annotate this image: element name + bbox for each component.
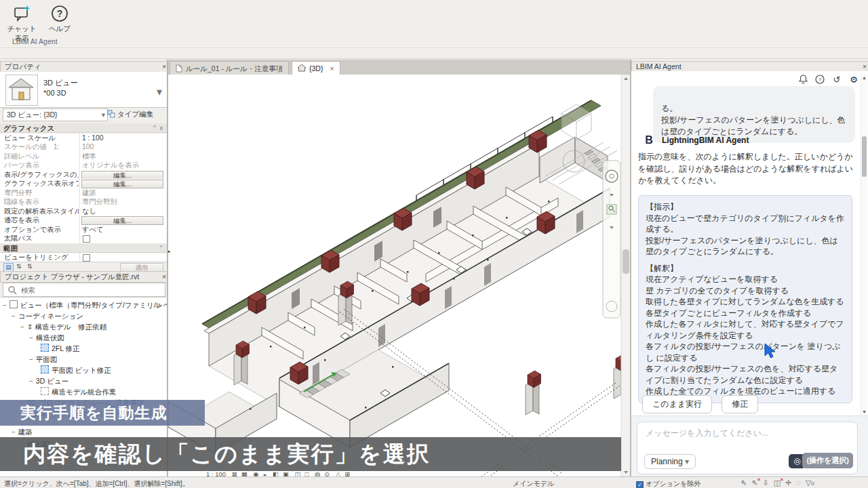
tree-item[interactable]: −3D ビュー (0, 376, 189, 386)
interpretation-line: 各フィルタの投影/サーフェスのパターンを 塗りつぶし に設定する (646, 341, 845, 363)
edit-button[interactable]: 編集... (81, 216, 163, 225)
chat-bubble-icon (4, 4, 39, 24)
interpretation-line: 壁 カテゴリの全てのタイプを取得する (646, 285, 845, 297)
selection-toggle-icons: ⇖ ⇖× ⇩ ◫× ✛ ◌ ▽0 (741, 479, 814, 487)
navigation-bar[interactable] (603, 161, 620, 318)
exclude-options-checkbox[interactable]: ✓オプションを除外 (636, 479, 701, 488)
interpretation-line: 作成した各フィルタに対して、対応する壁タイプでフィルタリング条件を設定する (646, 319, 845, 341)
run-as-is-button[interactable]: このまま実行 (642, 395, 712, 413)
tree-item[interactable]: −⇕ 構造モデル 修正依頼 (0, 322, 180, 332)
message-input[interactable] (644, 426, 850, 451)
tree-item[interactable]: −平面図 (0, 354, 189, 365)
chat-footer: Planning ▾ ◎ (操作を選択) (631, 415, 868, 477)
steering-wheel-icon (606, 170, 618, 182)
prop-row: グラフィックス表示オプション編集... (0, 179, 167, 189)
type-edit-icon (107, 110, 115, 118)
help-icon[interactable]: ? (814, 75, 825, 85)
3d-model-view[interactable] (168, 75, 631, 476)
agent-intro-text: 指示の意味を、次のように解釈しました。正しいかどうかを確認し、誤りがある場合はど… (638, 151, 858, 187)
overlay-caption: 内容を確認し「このまま実行」を選択 (0, 437, 621, 471)
search-input[interactable] (20, 284, 161, 296)
ai-panel: ? ↺ ⚙ る。 投影/サーフェスのパターンを塗りつぶしにし、色は壁のタイプごと… (631, 71, 868, 476)
workset-label[interactable]: メインモデル (513, 479, 554, 488)
interpretation-box: 【指示】 現在のビューで壁カテゴリのタイプ別にフィルタを作成する。 投影/サーフ… (638, 195, 852, 403)
bell-icon[interactable] (797, 75, 808, 85)
background-process-icon[interactable]: ◌ (796, 479, 801, 487)
instruction-line: 投影/サーフェスのパターンを塗りつぶしにし、色は壁のタイプごとにランダムにする。 (646, 235, 845, 258)
view-icon (41, 387, 49, 395)
tab-close-icon[interactable]: × (330, 64, 334, 73)
properties-toolbar: ▤ ⇅ ⇅ 適用 (0, 262, 167, 272)
interpretation-line: 各フィルタの投影/サーフェスの色を、対応する壁タイプに割り当てたランダムな色に設… (646, 363, 845, 386)
edit-button[interactable]: 編集... (81, 180, 163, 188)
view-filter-combo[interactable]: 3D ビュー: {3D}▾ (3, 108, 108, 121)
prop-row: ビューをトリミング (0, 253, 167, 263)
edit-button[interactable]: 編集... (81, 171, 163, 180)
home-icon (298, 64, 306, 72)
checkbox-chec: ✓ (636, 481, 644, 488)
settings-gear-icon[interactable]: ⚙ (848, 75, 859, 85)
chevron-down-icon: ▾ (102, 109, 105, 121)
ai-panel-title: LBIM AI Agent (636, 62, 682, 70)
prop-row: スケールの値 1:100 (0, 142, 167, 152)
tab-rules-view[interactable]: ルール_01 - ルール・注意事項 (170, 61, 289, 75)
svg-text:?: ? (818, 77, 822, 83)
message-input-card: Planning ▾ ◎ (操作を選択) (637, 422, 858, 474)
drag-elements-icon[interactable]: ✛ (785, 479, 791, 487)
section-graphics[interactable]: グラフィックス⌃ ∧ (0, 123, 167, 133)
help-button[interactable]: ? ヘルプ (42, 4, 77, 34)
house-icon (6, 75, 36, 104)
overlay-badge: 実行手順を自動生成 (0, 400, 205, 426)
history-icon[interactable]: ↺ (831, 75, 842, 85)
prop-row[interactable]: ビュー スケール1 : 100 (0, 134, 167, 144)
chat-toolbar: ? ↺ ⚙ (797, 75, 859, 85)
3d-viewport[interactable] (168, 75, 631, 476)
scroll-up-icon[interactable]: ∧ (157, 300, 161, 310)
select-links-icon[interactable]: ⇖ (741, 479, 747, 487)
scroll-down-icon[interactable]: ▼ (861, 409, 867, 414)
tree-item[interactable]: −建築 (0, 427, 172, 437)
tree-item[interactable]: −コーディネーション (0, 311, 172, 321)
agent-identity: B LightningBIM AI Agent (642, 134, 749, 147)
sort-asc-icon[interactable]: ⇅ (16, 263, 22, 270)
view-tab-bar: ルール_01 - ルール・注意事項 {3D}× (168, 60, 631, 75)
view-icon (41, 344, 49, 352)
select-underlay-icon[interactable]: ⇖× (751, 479, 757, 487)
sun-path-checkbox[interactable] (83, 235, 90, 243)
project-browser-header: プロジェクト ブラウザ - サンプル意匠.rvt × (0, 271, 172, 283)
chevron-down-icon: ▾ (685, 457, 689, 466)
prop-row[interactable]: オプションで表示すべて (0, 225, 167, 235)
prop-row[interactable]: 既定の解析表示スタイルなし (0, 207, 167, 217)
tab-3d-view[interactable]: {3D}× (292, 61, 340, 75)
action-buttons: このまま実行 修正 (642, 395, 758, 413)
type-selector[interactable]: 3D ビュー *00 3D ▾ (0, 72, 167, 108)
project-browser-title: プロジェクト ブラウザ - サンプル意匠.rvt (5, 272, 139, 281)
chat-scrollbar[interactable]: ▲ ▼ (861, 74, 867, 415)
agent-logo: B (642, 134, 656, 147)
select-operation-button[interactable]: (操作を選択) (802, 453, 853, 468)
chevron-down-icon[interactable]: ▾ (157, 85, 162, 98)
browser-search (3, 283, 165, 297)
interpretation-title: 【解釈】 (646, 263, 845, 274)
prop-row: 通芯を表示編集... (0, 216, 167, 226)
filter-icon[interactable]: ▽0 (806, 479, 814, 487)
tree-item-views-root[interactable]: −ビュー（標準（専門分野/タイプ/ファミリ/レベル∧ (0, 300, 163, 310)
select-pinned-icon[interactable]: ⇩ (762, 479, 768, 487)
type-edit-button[interactable]: タイプ編集 (107, 108, 165, 120)
document-icon (176, 64, 182, 73)
sort-desc-icon[interactable]: ⇅ (27, 263, 33, 270)
properties-header: プロパティ × (0, 61, 172, 73)
scrollbar-thumb[interactable] (862, 136, 867, 177)
interpretation-line: 各壁タイプごとにビューフィルタを作成する (646, 308, 845, 319)
scroll-up-icon[interactable]: ▲ (861, 75, 867, 80)
viewport-scrollbar[interactable] (621, 75, 631, 476)
divider (0, 47, 868, 48)
select-faces-icon[interactable]: ◫× (774, 479, 781, 487)
crop-view-checkbox[interactable] (83, 254, 90, 262)
modify-button[interactable]: 修正 (722, 395, 758, 413)
tree-item[interactable]: −構造伏図 (0, 333, 189, 343)
ai-panel-close-icon[interactable]: × (861, 62, 868, 72)
mode-selector[interactable]: Planning ▾ (644, 454, 696, 469)
prop-row: 専門分野建築 (0, 188, 167, 199)
section-extents[interactable]: 範囲⌃ (0, 243, 167, 253)
